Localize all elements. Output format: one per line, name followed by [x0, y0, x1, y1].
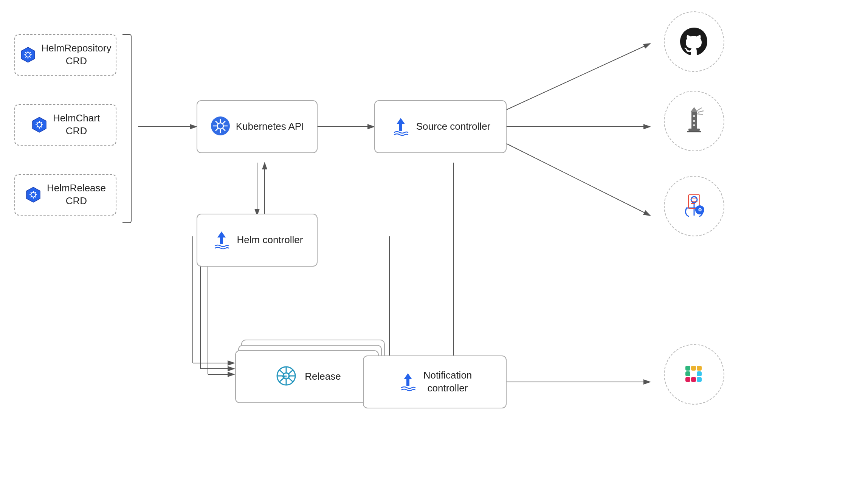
helm-controller-label: Helm controller: [237, 234, 303, 247]
svg-line-77: [698, 111, 704, 112]
github-circle: [664, 11, 724, 72]
helm-controller-icon: [211, 230, 232, 250]
helm-release-label: HelmRelease CRD: [47, 182, 106, 208]
svg-marker-19: [21, 47, 35, 62]
svg-line-68: [289, 378, 293, 382]
source-controller-label: Source controller: [416, 120, 491, 133]
svg-line-17: [507, 144, 650, 216]
helm-repo-label: HelmRepository CRD: [42, 42, 112, 68]
svg-rect-97: [685, 377, 690, 382]
svg-marker-72: [404, 373, 412, 386]
svg-text:HELM: HELM: [282, 375, 291, 378]
crd-group: HelmRepository CRD HelmChart CRD: [11, 30, 132, 227]
svg-rect-81: [693, 115, 695, 117]
notification-controller-box: Notification controller: [363, 355, 507, 408]
k8s-api-box: Kubernetes API: [197, 100, 318, 153]
source-controller-icon: [391, 116, 411, 137]
release-box: HELM Release: [235, 350, 379, 403]
svg-line-70: [280, 378, 284, 382]
svg-line-15: [507, 43, 650, 110]
svg-text:⚙: ⚙: [698, 207, 702, 213]
helm-repo-icon: [20, 47, 36, 63]
svg-marker-59: [397, 118, 405, 131]
svg-rect-98: [691, 377, 696, 382]
svg-point-84: [691, 197, 697, 203]
svg-line-69: [289, 370, 293, 374]
svg-rect-94: [685, 371, 690, 376]
helm-controller-box: Helm controller: [197, 214, 318, 267]
helm-chart-crd-box: HelmChart CRD: [14, 104, 116, 146]
notification-controller-label: Notification controller: [423, 369, 472, 395]
svg-marker-60: [217, 231, 226, 244]
svg-rect-80: [687, 131, 701, 132]
crd-bracket: [122, 34, 132, 223]
svg-line-78: [697, 114, 703, 115]
helm-chart-icon: [31, 116, 48, 133]
svg-rect-99: [697, 371, 702, 376]
helm-release-logo: HELM: [273, 366, 299, 388]
source-controller-box: Source controller: [374, 100, 507, 153]
helm-chart-label: HelmChart CRD: [53, 112, 100, 138]
svg-rect-83: [693, 124, 695, 126]
helm-release-icon: [25, 186, 42, 203]
svg-line-76: [697, 108, 702, 111]
k8s-api-label: Kubernetes API: [236, 120, 304, 133]
helm-repository-crd-box: HelmRepository CRD: [14, 34, 116, 76]
svg-rect-95: [691, 366, 696, 371]
svg-rect-82: [693, 120, 695, 122]
k8s-api-icon: [210, 116, 231, 138]
slack-circle: [664, 344, 724, 405]
svg-marker-29: [33, 117, 46, 132]
svg-rect-100: [697, 377, 702, 382]
diagram-container: HelmRepository CRD HelmChart CRD: [0, 0, 868, 478]
harbor-circle: ⚙: [664, 176, 724, 236]
svg-rect-79: [688, 129, 700, 131]
svg-rect-101: [691, 371, 696, 376]
svg-rect-96: [697, 366, 702, 371]
svg-rect-93: [685, 366, 690, 371]
lighthouse-circle: [664, 91, 724, 151]
svg-marker-75: [690, 107, 698, 112]
release-label: Release: [305, 370, 341, 383]
notification-controller-icon: [398, 372, 418, 392]
svg-line-67: [280, 370, 284, 374]
helm-release-crd-box: HelmRelease CRD: [14, 174, 116, 216]
svg-marker-39: [26, 187, 40, 202]
